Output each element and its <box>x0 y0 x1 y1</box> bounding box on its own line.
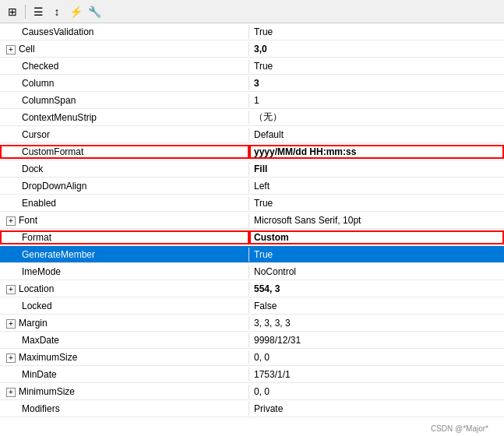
prop-value: 0, 0 <box>249 385 504 399</box>
prop-row-location[interactable]: +Location554, 3 <box>0 280 504 297</box>
prop-value: 3, 3, 3, 3 <box>249 316 504 330</box>
prop-name: Modifiers <box>0 402 249 416</box>
prop-name: MaxDate <box>0 333 249 347</box>
prop-name-text: ContextMenuStrip <box>22 112 97 123</box>
prop-name-text: Column <box>22 78 54 89</box>
prop-row-minimumsize[interactable]: +MinimumSize0, 0 <box>0 383 504 400</box>
sort-icon[interactable]: ↕ <box>49 4 65 19</box>
prop-name-text: DropDownAlign <box>22 181 86 192</box>
prop-value: True <box>249 59 504 73</box>
prop-name: +Font <box>0 213 249 227</box>
prop-name-text: Checked <box>22 61 58 72</box>
prop-name: +Location <box>0 282 249 296</box>
prop-row-maximumsize[interactable]: +MaximumSize0, 0 <box>0 349 504 366</box>
prop-name-text: MinDate <box>22 369 57 380</box>
prop-value: Fill <box>249 162 504 176</box>
prop-name: ContextMenuStrip <box>0 111 249 125</box>
prop-value: 0, 0 <box>249 350 504 364</box>
expand-icon[interactable]: + <box>6 353 16 363</box>
prop-name-text: Dock <box>22 164 43 174</box>
prop-row-cell[interactable]: +Cell3,0 <box>0 40 504 58</box>
prop-value: yyyy/MM/dd HH:mm:ss <box>249 145 504 159</box>
prop-row-dock[interactable]: DockFill <box>0 160 504 178</box>
prop-name-text: Font <box>19 215 37 226</box>
prop-value: 3 <box>249 76 504 90</box>
prop-row-locked[interactable]: LockedFalse <box>0 297 504 315</box>
prop-name: ColumnSpan <box>0 93 249 107</box>
prop-name-text: ColumnSpan <box>22 95 76 106</box>
prop-row-mindate[interactable]: MinDate1753/1/1 <box>0 366 504 383</box>
prop-name-text: Format <box>22 232 51 243</box>
prop-name: Dock <box>0 162 249 176</box>
prop-row-format[interactable]: FormatCustom <box>0 229 504 246</box>
prop-row-columnspan[interactable]: ColumnSpan1 <box>0 92 504 109</box>
prop-value: Left <box>249 179 504 193</box>
prop-name: MinDate <box>0 367 249 382</box>
prop-row-generatemember[interactable]: GenerateMemberTrue <box>0 246 504 263</box>
grid-icon[interactable]: ⊞ <box>5 4 20 19</box>
prop-name: Cursor <box>0 128 249 142</box>
prop-name-text: MaximumSize <box>19 352 77 363</box>
prop-row-dropdownalign[interactable]: DropDownAlignLeft <box>0 178 504 195</box>
prop-name-text: CustomFormat <box>22 146 83 157</box>
prop-name: Format <box>0 230 249 244</box>
prop-value: NoControl <box>249 265 504 279</box>
expand-icon[interactable]: + <box>6 216 16 226</box>
prop-value: （无） <box>249 109 504 125</box>
expand-icon[interactable]: + <box>6 388 16 397</box>
prop-name: Column <box>0 76 249 90</box>
prop-value: Default <box>249 128 504 142</box>
prop-value: 3,0 <box>249 42 504 56</box>
prop-name: GenerateMember <box>0 248 249 262</box>
prop-row-causesvalidation[interactable]: CausesValidationTrue <box>0 23 504 40</box>
prop-name: ImeMode <box>0 265 249 279</box>
prop-row-customformat[interactable]: CustomFormatyyyy/MM/dd HH:mm:ss <box>0 143 504 160</box>
prop-name: +MaximumSize <box>0 350 249 364</box>
prop-value: 554, 3 <box>249 282 504 296</box>
expand-icon[interactable]: + <box>6 285 16 294</box>
prop-value: 9998/12/31 <box>249 333 504 347</box>
prop-name-text: Enabled <box>22 198 56 209</box>
prop-row-margin[interactable]: +Margin3, 3, 3, 3 <box>0 315 504 332</box>
prop-row-checked[interactable]: CheckedTrue <box>0 58 504 75</box>
prop-name-text: CausesValidation <box>22 26 94 37</box>
prop-name: Locked <box>0 299 249 313</box>
prop-row-enabled[interactable]: EnabledTrue <box>0 195 504 212</box>
prop-name: +Margin <box>0 316 249 330</box>
prop-row-column[interactable]: Column3 <box>0 75 504 92</box>
prop-value: Microsoft Sans Serif, 10pt <box>249 213 504 227</box>
expand-icon[interactable]: + <box>6 45 16 54</box>
properties-panel: CausesValidationTrue+Cell3,0CheckedTrueC… <box>0 23 504 436</box>
prop-row-cursor[interactable]: CursorDefault <box>0 126 504 143</box>
prop-name: Checked <box>0 59 249 73</box>
prop-value: Custom <box>249 230 504 244</box>
prop-name-text: MinimumSize <box>19 386 75 397</box>
flash-icon[interactable]: ⚡ <box>68 4 83 19</box>
prop-name-text: Cell <box>19 44 35 54</box>
prop-name-text: Locked <box>22 301 52 311</box>
prop-name: Enabled <box>0 196 249 210</box>
prop-name-text: ImeMode <box>22 266 61 277</box>
prop-name: +MinimumSize <box>0 385 249 399</box>
prop-name-text: GenerateMember <box>22 249 95 260</box>
prop-row-modifiers[interactable]: ModifiersPrivate <box>0 400 504 417</box>
prop-value: 1753/1/1 <box>249 367 504 382</box>
prop-row-imemode[interactable]: ImeModeNoControl <box>0 263 504 280</box>
prop-name-text: MaxDate <box>22 335 59 346</box>
prop-value: True <box>249 25 504 39</box>
prop-row-maxdate[interactable]: MaxDate9998/12/31 <box>0 332 504 349</box>
prop-name: CustomFormat <box>0 145 249 159</box>
prop-row-contextmenustrip[interactable]: ContextMenuStrip（无） <box>0 109 504 126</box>
prop-value: True <box>249 196 504 210</box>
prop-name-text: Location <box>19 283 54 294</box>
wrench-icon[interactable]: 🔧 <box>86 4 102 19</box>
prop-name-text: Modifiers <box>22 403 60 414</box>
prop-name: DropDownAlign <box>0 179 249 193</box>
toolbar: ⊞☰↕⚡🔧 <box>0 0 504 23</box>
categorize-icon[interactable]: ☰ <box>30 4 46 19</box>
prop-row-font[interactable]: +FontMicrosoft Sans Serif, 10pt <box>0 212 504 229</box>
expand-icon[interactable]: + <box>6 319 16 329</box>
prop-value: Private <box>249 402 504 416</box>
watermark: CSDN @*Major* <box>431 424 488 433</box>
prop-value: False <box>249 299 504 313</box>
